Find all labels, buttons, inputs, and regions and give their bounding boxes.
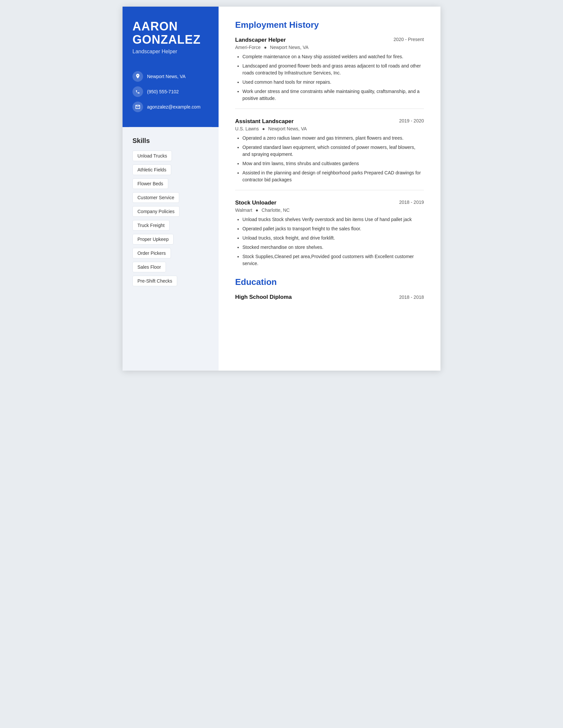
job-dates: 2018 - 2019	[399, 200, 424, 205]
job-company: U.S. Lawns ● Newport News, VA	[235, 126, 424, 131]
sidebar-header: AARON GONZALEZ Landscaper Helper	[122, 7, 218, 65]
job-header: Landscaper Helper2020 - Present	[235, 37, 424, 43]
job-bullet: Operated pallet jacks to transport freig…	[242, 225, 424, 232]
job-title: Assistant Landscaper	[235, 118, 294, 125]
job-bullet: Assisted in the planning and design of n…	[242, 169, 424, 183]
job-title: Stock Unloader	[235, 200, 276, 206]
job-entry: Landscaper Helper2020 - PresentAmeri-For…	[235, 37, 424, 109]
job-bullet: Unload trucks, stock freight, and drive …	[242, 235, 424, 242]
skill-badge: Sales Floor	[132, 262, 166, 272]
contact-email: agonzalez@example.com	[132, 102, 209, 112]
job-bullet: Stock Supplies,Cleaned pet area,Provided…	[242, 253, 424, 267]
job-bullet: Operated a zero radius lawn mower and ga…	[242, 135, 424, 142]
email-icon	[132, 102, 143, 112]
job-bullets: Complete maintenance on a Navy ship assi…	[235, 53, 424, 102]
sidebar: AARON GONZALEZ Landscaper Helper Newport…	[122, 7, 218, 371]
job-title-sidebar: Landscaper Helper	[132, 49, 209, 55]
skill-badge: Truck Freight	[132, 220, 169, 231]
skill-badge: Customer Service	[132, 192, 179, 203]
job-header: Stock Unloader2018 - 2019	[235, 200, 424, 206]
job-bullet: Mow and trim lawns, trims shrubs and cul…	[242, 160, 424, 167]
job-company: Ameri-Force ● Newport News, VA	[235, 45, 424, 50]
edu-dates: 2018 - 2018	[399, 295, 424, 300]
edu-entry: High School Diploma2018 - 2018	[235, 294, 424, 300]
job-bullets: Operated a zero radius lawn mower and ga…	[235, 135, 424, 183]
skill-badge: Unload Trucks	[132, 151, 172, 161]
edu-degree: High School Diploma	[235, 294, 292, 300]
resume-container: AARON GONZALEZ Landscaper Helper Newport…	[122, 7, 441, 371]
job-company: Walmart ● Charlotte, NC	[235, 207, 424, 213]
skills-section: Skills Unload TrucksAthletic FieldsFlowe…	[122, 127, 218, 371]
skill-badge: Order Pickers	[132, 248, 171, 258]
education-list: High School Diploma2018 - 2018	[235, 294, 424, 300]
first-name: AARON	[132, 20, 209, 33]
employment-title: Employment History	[235, 20, 424, 30]
last-name: GONZALEZ	[132, 33, 209, 46]
education-section: Education High School Diploma2018 - 2018	[235, 277, 424, 300]
job-bullet: Stocked merchandise on store shelves.	[242, 244, 424, 251]
contact-location: Newport News, VA	[132, 71, 209, 82]
job-bullet: Used common hand tools for minor repairs…	[242, 79, 424, 86]
location-text: Newport News, VA	[147, 74, 185, 79]
job-dates: 2019 - 2020	[399, 118, 424, 123]
job-bullet: Work under stress and time constraints w…	[242, 88, 424, 102]
job-bullet: Operated standard lawn equipment, which …	[242, 144, 424, 158]
main-content: Employment History Landscaper Helper2020…	[218, 7, 441, 371]
email-text: agonzalez@example.com	[147, 104, 200, 110]
phone-icon	[132, 86, 143, 97]
job-bullet: Complete maintenance on a Navy ship assi…	[242, 53, 424, 60]
job-entry: Assistant Landscaper2019 - 2020U.S. Lawn…	[235, 118, 424, 190]
job-header: Assistant Landscaper2019 - 2020	[235, 118, 424, 125]
jobs-list: Landscaper Helper2020 - PresentAmeri-For…	[235, 37, 424, 267]
education-title: Education	[235, 277, 424, 287]
job-bullet: Unload trucks Stock shelves Verify overs…	[242, 216, 424, 223]
skill-badge: Company Policies	[132, 206, 179, 217]
skill-badge: Proper Upkeep	[132, 234, 173, 245]
location-icon	[132, 71, 143, 82]
job-bullets: Unload trucks Stock shelves Verify overs…	[235, 216, 424, 267]
job-title: Landscaper Helper	[235, 37, 286, 43]
contact-phone: (950) 555-7102	[132, 86, 209, 97]
job-bullet: Landscaped and groomed flower beds and g…	[242, 63, 424, 76]
skill-badge: Flower Beds	[132, 178, 168, 189]
skills-title: Skills	[132, 137, 209, 145]
skill-badge: Athletic Fields	[132, 164, 171, 175]
job-dates: 2020 - Present	[394, 37, 424, 42]
contact-section: Newport News, VA (950) 555-7102 agonzale…	[122, 65, 218, 127]
job-entry: Stock Unloader2018 - 2019Walmart ● Charl…	[235, 200, 424, 267]
phone-text: (950) 555-7102	[147, 89, 179, 94]
skill-badge: Pre-Shift Checks	[132, 276, 177, 286]
skills-list: Unload TrucksAthletic FieldsFlower BedsC…	[132, 151, 209, 286]
